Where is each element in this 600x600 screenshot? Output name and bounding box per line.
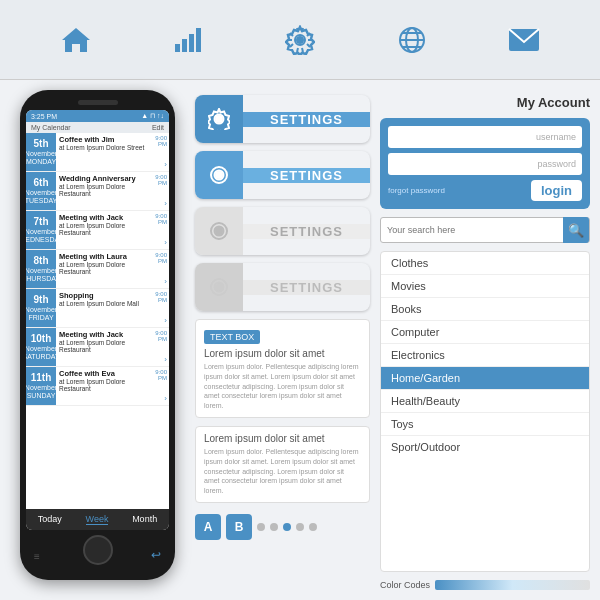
dot-3[interactable] (283, 523, 291, 531)
forgot-password-link[interactable]: forgot password (388, 186, 445, 195)
svg-rect-2 (182, 39, 187, 52)
cal-date: 11th November SUNDAY (26, 367, 56, 405)
cal-date: 10th November SATURDAY (26, 328, 56, 366)
phone-header: My Calendar Edit (26, 122, 169, 133)
textbox2-body: Lorem ipsum dolor. Pellentesque adipisci… (204, 447, 361, 496)
search-button[interactable]: 🔍 (563, 217, 589, 243)
category-item[interactable]: Books (381, 298, 589, 321)
dot-4[interactable] (296, 523, 304, 531)
nav-today[interactable]: Today (38, 514, 62, 525)
category-item[interactable]: Movies (381, 275, 589, 298)
category-item[interactable]: Clothes (381, 252, 589, 275)
signal-icon[interactable] (163, 15, 213, 65)
search-box[interactable]: 🔍 (380, 217, 590, 243)
dot-1[interactable] (257, 523, 265, 531)
username-placeholder: username (536, 132, 576, 142)
dot-5[interactable] (309, 523, 317, 531)
cal-date: 5th November MONDAY (26, 133, 56, 171)
calendar-item[interactable]: 10th November SATURDAY Meeting with Jack… (26, 328, 169, 367)
cal-right: 9:00 PM › (153, 250, 169, 288)
calendar-item[interactable]: 6th November TUESDAY Wedding Anniversary… (26, 172, 169, 211)
mail-icon[interactable] (499, 15, 549, 65)
phone-status-bar: 3:25 PM ▲ ⊓ ↑↓ (26, 110, 169, 122)
textbox1-title: Lorem ipsum dolor sit amet (204, 348, 361, 359)
phone-screen: 3:25 PM ▲ ⊓ ↑↓ My Calendar Edit 5th Nove… (26, 110, 169, 530)
cal-info: Shopping at Lorem Ipsum Dolore Mall (56, 289, 153, 327)
calendar-edit[interactable]: Edit (152, 124, 164, 131)
phone-speaker (78, 100, 118, 105)
calendar-item[interactable]: 8th November THURSDAY Meeting with Laura… (26, 250, 169, 289)
settings-button-2[interactable]: SETTINGS (195, 151, 370, 199)
svg-rect-4 (196, 28, 201, 52)
cal-date: 8th November THURSDAY (26, 250, 56, 288)
cal-right: 9:00 PM › (153, 289, 169, 327)
phone: 3:25 PM ▲ ⊓ ↑↓ My Calendar Edit 5th Nove… (20, 90, 175, 580)
svg-rect-3 (189, 34, 194, 52)
calendar-item[interactable]: 7th November WEDNESDAY Meeting with Jack… (26, 211, 169, 250)
nav-week[interactable]: Week (86, 514, 109, 525)
settings-button-3[interactable]: SETTINGS (195, 207, 370, 255)
category-item[interactable]: Home/Garden (381, 367, 589, 390)
settings-icon-2 (195, 151, 243, 199)
status-icons: ▲ ⊓ ↑↓ (141, 112, 164, 120)
settings-icon-3 (195, 207, 243, 255)
a-button[interactable]: A (195, 514, 221, 540)
cal-right: 9:00 PM › (153, 172, 169, 210)
settings-button-1[interactable]: SETTINGS (195, 95, 370, 143)
main-area: 3:25 PM ▲ ⊓ ↑↓ My Calendar Edit 5th Nove… (0, 80, 600, 600)
category-item[interactable]: Health/Beauty (381, 390, 589, 413)
calendar-item[interactable]: 11th November SUNDAY Coffee with Eva at … (26, 367, 169, 406)
nav-month[interactable]: Month (132, 514, 157, 525)
svg-rect-1 (175, 44, 180, 52)
category-item[interactable]: Computer (381, 321, 589, 344)
my-account-title: My Account (380, 95, 590, 110)
search-input[interactable] (381, 225, 563, 235)
account-box: username password forgot password login (380, 118, 590, 209)
phone-container: 3:25 PM ▲ ⊓ ↑↓ My Calendar Edit 5th Nove… (10, 90, 185, 590)
category-item[interactable]: Electronics (381, 344, 589, 367)
settings-icon-1 (195, 95, 243, 143)
textbox-1: TEXT BOX Lorem ipsum dolor sit amet Lore… (195, 319, 370, 418)
cal-date: 9th November FRIDAY (26, 289, 56, 327)
category-item[interactable]: Sport/Outdoor (381, 436, 589, 458)
username-field[interactable]: username (388, 126, 582, 148)
dot-2[interactable] (270, 523, 278, 531)
calendar-item[interactable]: 5th November MONDAY Coffee with Jim at L… (26, 133, 169, 172)
cal-info: Wedding Anniversary at Lorem Ipsum Dolor… (56, 172, 153, 210)
calendar-item[interactable]: 9th November FRIDAY Shopping at Lorem Ip… (26, 289, 169, 328)
cal-info: Meeting with Laura at Lorem Ipsum Dolore… (56, 250, 153, 288)
color-codes-section: Color Codes (380, 580, 590, 590)
home-icon[interactable] (51, 15, 101, 65)
password-placeholder: password (537, 159, 576, 169)
category-list: ClothesMoviesBooksComputerElectronicsHom… (380, 251, 590, 572)
color-codes-label: Color Codes (380, 580, 430, 590)
account-links: forgot password login (388, 180, 582, 201)
calendar-list: 5th November MONDAY Coffee with Jim at L… (26, 133, 169, 509)
settings-icon-4 (195, 263, 243, 311)
svg-marker-0 (62, 28, 90, 52)
phone-back-icon[interactable]: ↩ (151, 548, 161, 562)
cal-info: Meeting with Jack at Lorem Ipsum Dolore … (56, 211, 153, 249)
settings-button-4[interactable]: SETTINGS (195, 263, 370, 311)
phone-home-button[interactable] (83, 535, 113, 565)
password-field[interactable]: password (388, 153, 582, 175)
phone-menu-icon[interactable]: ≡ (34, 551, 40, 562)
cal-right: 9:00 PM › (153, 133, 169, 171)
b-button[interactable]: B (226, 514, 252, 540)
textbox-2: Lorem ipsum dolor sit amet Lorem ipsum d… (195, 426, 370, 503)
category-item[interactable]: Toys (381, 413, 589, 436)
cal-right: 9:00 PM › (153, 367, 169, 405)
globe-icon[interactable] (387, 15, 437, 65)
cal-info: Meeting with Jack at Lorem Ipsum Dolore … (56, 328, 153, 366)
phone-bottom-nav: Today Week Month (26, 509, 169, 530)
svg-point-5 (296, 36, 304, 44)
settings-label-4: SETTINGS (243, 280, 370, 295)
textbox-badge: TEXT BOX (204, 330, 260, 344)
color-slider[interactable] (435, 580, 590, 590)
cal-info: Coffee with Eva at Lorem Ipsum Dolore Re… (56, 367, 153, 405)
cal-date: 6th November TUESDAY (26, 172, 56, 210)
login-button[interactable]: login (531, 180, 582, 201)
gear-icon[interactable] (275, 15, 325, 65)
settings-label-1: SETTINGS (243, 112, 370, 127)
textbox2-title: Lorem ipsum dolor sit amet (204, 433, 361, 444)
